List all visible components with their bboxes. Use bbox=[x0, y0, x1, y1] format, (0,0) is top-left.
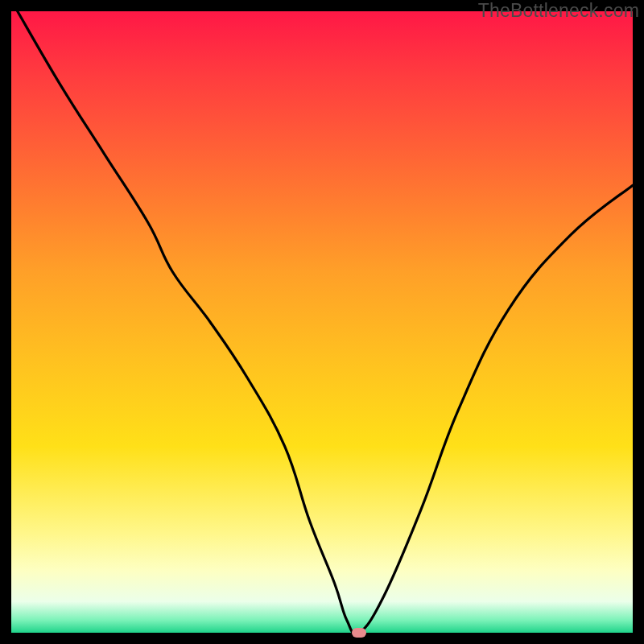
watermark-text: TheBottleneck.com bbox=[478, 0, 639, 22]
optimal-point-marker bbox=[352, 628, 366, 638]
bottleneck-curve bbox=[11, 11, 633, 633]
